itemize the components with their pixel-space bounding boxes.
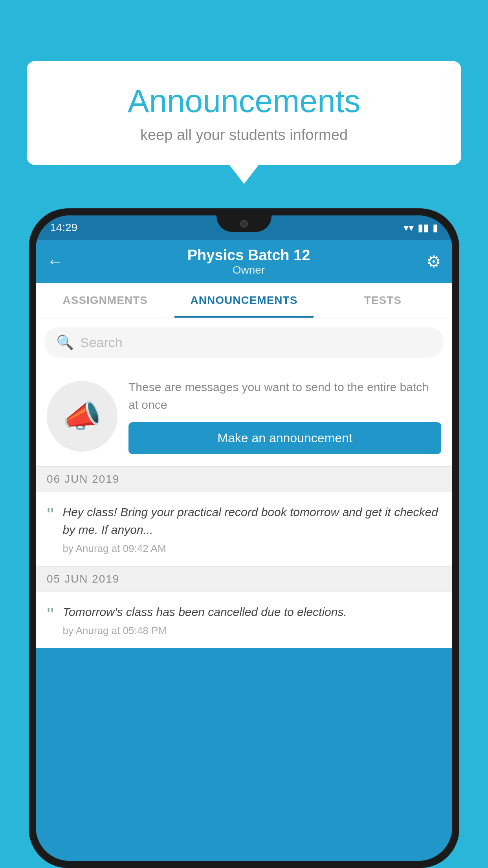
search-bar[interactable]: 🔍 Search bbox=[44, 327, 444, 358]
announcement-meta-2: by Anurag at 05:48 PM bbox=[62, 625, 441, 637]
announcement-message-1: Hey class! Bring your practical record b… bbox=[62, 503, 441, 539]
promo-right: These are messages you want to send to t… bbox=[128, 378, 441, 454]
quote-icon-2: " bbox=[47, 605, 54, 625]
phone-outer: 14:29 ▾▾ ▮▮ ▮ ← Physics Batch 12 Owner ⚙ bbox=[29, 208, 459, 868]
tab-announcements[interactable]: ANNOUNCEMENTS bbox=[174, 283, 313, 318]
announcement-meta-1: by Anurag at 09:42 AM bbox=[62, 542, 441, 555]
date-header-2: 05 JUN 2019 bbox=[36, 566, 452, 592]
make-announcement-button[interactable]: Make an announcement bbox=[128, 422, 441, 454]
notch bbox=[216, 215, 272, 232]
quote-icon-1: " bbox=[47, 505, 54, 525]
settings-icon[interactable]: ⚙ bbox=[426, 252, 441, 271]
wifi-icon: ▾▾ bbox=[404, 222, 414, 234]
app-bar-subtitle: Owner bbox=[71, 264, 426, 276]
bubble-subtitle: keep all your students informed bbox=[50, 127, 438, 143]
content-area: 🔍 Search 📣 These are messages you want t… bbox=[36, 318, 452, 648]
battery-icon: ▮ bbox=[433, 222, 438, 234]
tabs-bar: ASSIGNMENTS ANNOUNCEMENTS TESTS bbox=[36, 283, 452, 318]
tab-tests[interactable]: TESTS bbox=[314, 283, 452, 318]
search-icon: 🔍 bbox=[56, 334, 74, 351]
phone-screen: 14:29 ▾▾ ▮▮ ▮ ← Physics Batch 12 Owner ⚙ bbox=[36, 215, 452, 861]
promo-icon-circle: 📣 bbox=[47, 381, 117, 452]
status-time: 14:29 bbox=[50, 221, 77, 234]
search-placeholder: Search bbox=[80, 335, 123, 350]
promo-description: These are messages you want to send to t… bbox=[128, 378, 441, 414]
phone-mockup: 14:29 ▾▾ ▮▮ ▮ ← Physics Batch 12 Owner ⚙ bbox=[29, 208, 459, 868]
announcement-content-1: Hey class! Bring your practical record b… bbox=[62, 503, 441, 555]
app-bar-title: Physics Batch 12 bbox=[71, 247, 426, 264]
speech-bubble-section: Announcements keep all your students inf… bbox=[27, 61, 461, 165]
app-bar-title-section: Physics Batch 12 Owner bbox=[71, 247, 426, 276]
signal-icon: ▮▮ bbox=[418, 222, 429, 234]
announcement-item-2[interactable]: " Tomorrow's class has been cancelled du… bbox=[36, 592, 452, 648]
back-button[interactable]: ← bbox=[47, 252, 63, 271]
bubble-title: Announcements bbox=[50, 83, 438, 120]
megaphone-icon: 📣 bbox=[62, 398, 102, 435]
speech-bubble: Announcements keep all your students inf… bbox=[27, 61, 461, 165]
announcement-content-2: Tomorrow's class has been cancelled due … bbox=[62, 603, 441, 637]
status-icons: ▾▾ ▮▮ ▮ bbox=[404, 222, 438, 234]
announcement-message-2: Tomorrow's class has been cancelled due … bbox=[62, 603, 441, 621]
status-bar: 14:29 ▾▾ ▮▮ ▮ bbox=[36, 215, 452, 240]
promo-section: 📣 These are messages you want to send to… bbox=[36, 366, 452, 466]
app-bar: ← Physics Batch 12 Owner ⚙ bbox=[36, 240, 452, 283]
date-header-1: 06 JUN 2019 bbox=[36, 466, 452, 492]
announcement-item-1[interactable]: " Hey class! Bring your practical record… bbox=[36, 492, 452, 566]
camera-notch bbox=[240, 220, 248, 228]
tab-assignments[interactable]: ASSIGNMENTS bbox=[36, 283, 174, 318]
